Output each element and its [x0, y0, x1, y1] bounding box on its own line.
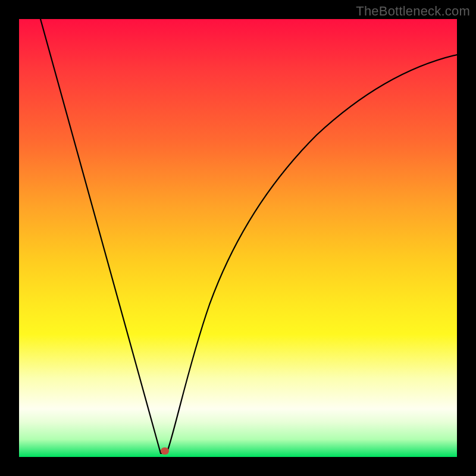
plot-area — [19, 19, 457, 457]
optimal-point-marker — [161, 447, 169, 455]
curve-path — [40, 19, 457, 453]
bottleneck-curve — [19, 19, 457, 457]
chart-frame: TheBottleneck.com — [0, 0, 476, 476]
watermark-text: TheBottleneck.com — [356, 4, 470, 19]
